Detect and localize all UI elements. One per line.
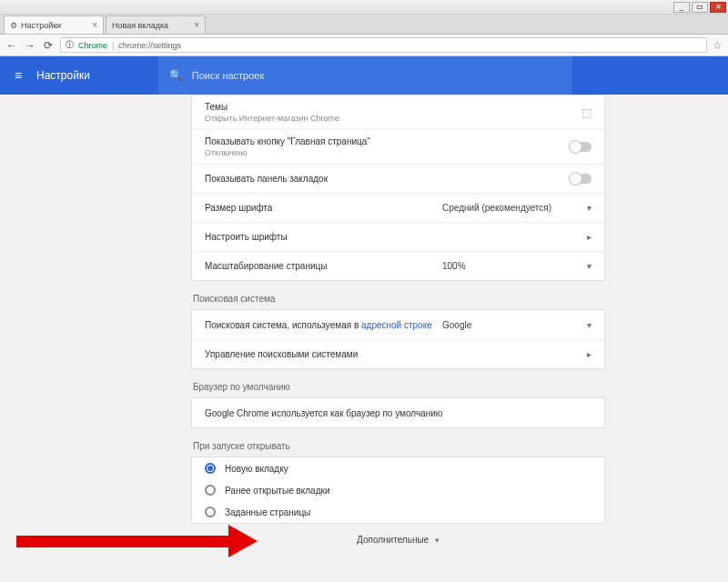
reload-button[interactable]: ⟳ bbox=[42, 39, 55, 52]
row-value: 100% bbox=[442, 261, 579, 271]
chevron-down-icon: ▾ bbox=[579, 320, 592, 330]
annotation-arrow bbox=[16, 527, 258, 555]
row-label: Показывать панель закладок bbox=[205, 174, 570, 184]
external-link-icon: ⬚ bbox=[581, 106, 592, 119]
window-close[interactable]: ✕ bbox=[710, 2, 726, 13]
chevron-down-icon: ▾ bbox=[579, 203, 592, 213]
search-card: Поисковая система, используемая в адресн… bbox=[191, 309, 605, 369]
toolbar: ← → ⟳ ⓘ Chrome | chrome://settings ☆ bbox=[0, 35, 728, 56]
row-search-engine[interactable]: Поисковая система, используемая в адресн… bbox=[192, 310, 604, 339]
tab-label: Настройки bbox=[21, 21, 61, 30]
settings-search[interactable]: 🔍 Поиск настроек bbox=[158, 56, 572, 95]
url-sep: | bbox=[112, 41, 114, 50]
close-icon[interactable]: × bbox=[194, 20, 199, 30]
row-label: Размер шрифта bbox=[205, 203, 442, 213]
window-minimize[interactable]: _ bbox=[673, 2, 690, 13]
tab-newtab[interactable]: Новая вкладка × bbox=[106, 15, 206, 34]
tab-label: Новая вкладка bbox=[112, 21, 168, 30]
row-label: Масштабирование страницы bbox=[205, 261, 442, 271]
row-font-size[interactable]: Размер шрифта Средний (рекомендуется) ▾ bbox=[192, 193, 604, 222]
row-customize-fonts[interactable]: Настроить шрифты ▸ bbox=[192, 222, 604, 251]
row-value: Средний (рекомендуется) bbox=[442, 203, 579, 213]
toggle-bookmarks-bar[interactable] bbox=[570, 174, 592, 184]
chevron-down-icon: ▾ bbox=[435, 536, 440, 545]
row-label: Google Chrome используется как браузер п… bbox=[205, 408, 592, 418]
radio-icon[interactable] bbox=[205, 507, 216, 517]
radio-icon[interactable] bbox=[205, 485, 216, 496]
radio-specific-pages[interactable]: Заданные страницы bbox=[192, 501, 604, 523]
radio-label: Ранее открытые вкладки bbox=[225, 486, 329, 496]
row-label: Показывать кнопку "Главная страница" bbox=[205, 136, 570, 146]
radio-label: Новую вкладку bbox=[225, 464, 288, 474]
address-bar-link[interactable]: адресной строке bbox=[361, 320, 432, 330]
section-search-engine: Поисковая система bbox=[193, 294, 605, 304]
startup-card: Новую вкладку Ранее открытые вкладки Зад… bbox=[191, 457, 605, 524]
row-value: Google bbox=[442, 320, 579, 330]
row-label: Поисковая система, используемая в bbox=[205, 320, 361, 330]
forward-button[interactable]: → bbox=[24, 39, 36, 52]
address-bar[interactable]: ⓘ Chrome | chrome://settings bbox=[60, 37, 707, 53]
row-label: Настроить шрифты bbox=[205, 232, 579, 242]
row-themes[interactable]: Темы Открыть Интернет-магазин Chrome ⬚ bbox=[192, 95, 604, 129]
search-icon: 🔍 bbox=[169, 69, 183, 82]
settings-content: Темы Открыть Интернет-магазин Chrome ⬚ П… bbox=[0, 95, 728, 582]
row-label: Управление поисковыми системами bbox=[205, 349, 579, 359]
chevron-right-icon: ▸ bbox=[579, 232, 592, 242]
row-sublabel: Отключено bbox=[205, 148, 570, 157]
window-titlebar: _ ▭ ✕ bbox=[0, 0, 728, 15]
row-default-browser: Google Chrome используется как браузер п… bbox=[192, 398, 604, 427]
info-icon: ⓘ bbox=[66, 39, 74, 51]
advanced-label: Дополнительные bbox=[357, 535, 429, 545]
bookmark-star-icon[interactable]: ☆ bbox=[713, 39, 723, 52]
row-bookmarks-bar[interactable]: Показывать панель закладок bbox=[192, 164, 604, 193]
toggle-home-button[interactable] bbox=[570, 142, 592, 152]
row-sublabel: Открыть Интернет-магазин Chrome bbox=[205, 114, 581, 123]
radio-new-tab[interactable]: Новую вкладку bbox=[192, 457, 604, 479]
back-button[interactable]: ← bbox=[5, 39, 18, 52]
appearance-card: Темы Открыть Интернет-магазин Chrome ⬚ П… bbox=[191, 95, 605, 281]
search-placeholder: Поиск настроек bbox=[192, 70, 264, 81]
section-on-startup: При запуске открывать bbox=[193, 441, 605, 451]
window-maximize[interactable]: ▭ bbox=[692, 2, 708, 13]
chevron-down-icon: ▾ bbox=[579, 261, 592, 271]
settings-header: ≡ Настройки 🔍 Поиск настроек bbox=[0, 56, 728, 95]
row-label: Темы bbox=[205, 102, 581, 112]
url-host: Chrome bbox=[78, 41, 107, 50]
radio-icon[interactable] bbox=[205, 463, 216, 474]
chevron-right-icon: ▸ bbox=[579, 349, 592, 359]
row-home-button[interactable]: Показывать кнопку "Главная страница" Отк… bbox=[192, 129, 604, 164]
tab-strip: ⚙ Настройки × Новая вкладка × bbox=[0, 15, 728, 35]
close-icon[interactable]: × bbox=[92, 20, 97, 30]
row-manage-search-engines[interactable]: Управление поисковыми системами ▸ bbox=[192, 339, 604, 368]
section-default-browser: Браузер по умолчанию bbox=[193, 382, 605, 392]
url-path: chrome://settings bbox=[118, 41, 181, 50]
tab-settings[interactable]: ⚙ Настройки × bbox=[4, 15, 104, 34]
default-browser-card: Google Chrome используется как браузер п… bbox=[191, 397, 605, 428]
radio-label: Заданные страницы bbox=[225, 507, 310, 517]
gear-icon: ⚙ bbox=[10, 21, 17, 30]
page-title: Настройки bbox=[36, 69, 90, 82]
menu-icon[interactable]: ≡ bbox=[0, 68, 36, 83]
row-page-zoom[interactable]: Масштабирование страницы 100% ▾ bbox=[192, 251, 604, 280]
radio-continue[interactable]: Ранее открытые вкладки bbox=[192, 479, 604, 501]
